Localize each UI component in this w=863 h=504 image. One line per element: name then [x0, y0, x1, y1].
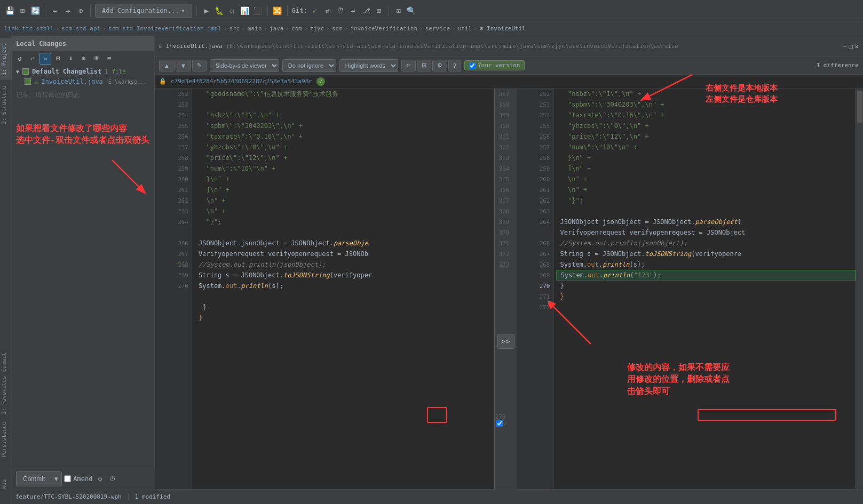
shelve-icon[interactable]: ⬇ — [65, 53, 77, 65]
right-line-258: }\n" + — [556, 153, 856, 163]
bc-2[interactable]: scm-std-api — [61, 25, 100, 32]
next-diff-button[interactable]: ▼ — [176, 60, 191, 71]
forward-icon[interactable]: → — [62, 5, 73, 16]
commit-time-icon[interactable]: ⏱ — [107, 474, 118, 484]
more-icon[interactable]: ≡ — [104, 53, 115, 65]
refresh-changes-icon[interactable]: ↺ — [14, 53, 26, 65]
bc-13[interactable]: ⚙ InvoiceUtil — [480, 25, 526, 32]
right-ln-258: 258 — [517, 153, 553, 163]
bc-8[interactable]: zjyc — [310, 25, 324, 32]
window-icon[interactable]: ⊡ — [393, 5, 404, 16]
left-ln-rb2 — [155, 313, 192, 323]
line-270-checkbox[interactable] — [496, 420, 503, 427]
profile-icon[interactable]: 📊 — [240, 5, 250, 16]
commit-button[interactable]: Commit — [16, 471, 51, 486]
git-branch-icon[interactable]: ⎇ — [361, 5, 371, 16]
right-line-255: "yhzcbs\":\"0\",\n" + — [556, 121, 856, 131]
nav-icon[interactable]: ⊕ — [75, 5, 86, 16]
add-configuration-button[interactable]: Add Configuration... ▾ — [95, 4, 192, 18]
left-side-tabs: 1: Project 2: Structure Commit 2: Favori… — [0, 36, 12, 504]
coverage-icon[interactable]: ☑ — [227, 5, 237, 16]
bc-9[interactable]: scm — [332, 25, 343, 32]
search-everywhere-icon[interactable]: 🔍 — [406, 5, 417, 16]
viewer-mode-select[interactable]: Side-by-side viewer — [210, 59, 279, 72]
left-line-260: }\n" + — [194, 174, 494, 185]
file-checkbox[interactable] — [25, 78, 31, 85]
left-line-270: System.out.println(s); — [194, 281, 494, 291]
expand-icon[interactable]: ⊕ — [78, 53, 90, 65]
ignore-mode-select[interactable]: Do not ignore — [282, 59, 336, 72]
right-ln-255: 255 — [517, 121, 553, 131]
stop-icon[interactable]: ⬛ — [252, 5, 263, 16]
file-item[interactable]: ☕ InvoiceUtil.java E:\worksp... — [12, 77, 154, 86]
right-scrollbar[interactable] — [856, 89, 863, 497]
save-icon[interactable]: 💾 — [4, 5, 15, 16]
git-remote-icon[interactable]: ⊞ — [374, 5, 384, 16]
persistence-tab[interactable]: Persistence — [0, 418, 12, 461]
right-ln-269: 269 — [517, 270, 553, 281]
bc-6[interactable]: java — [270, 25, 284, 32]
bc-3[interactable]: scm-std-InvoiceVerification-impl — [108, 25, 221, 32]
bc-12[interactable]: util — [458, 25, 472, 32]
bc-11[interactable]: service — [425, 25, 450, 32]
scrollbar-thumb[interactable] — [857, 91, 862, 123]
bc-10[interactable]: invoiceVerification — [350, 25, 417, 32]
git-history-icon[interactable]: ⏱ — [335, 5, 346, 16]
maximize-icon[interactable]: □ — [849, 43, 853, 50]
left-line-269: String s = JSONObject.toJSONString(verif… — [194, 270, 494, 281]
help-button[interactable]: ? — [448, 60, 461, 71]
switch-icon[interactable]: ⇄ — [39, 53, 51, 65]
project-tab[interactable]: 1: Project — [0, 38, 12, 79]
highlight-words-select[interactable]: Highlight words — [339, 59, 398, 72]
git-check-icon[interactable]: ✓ — [310, 5, 320, 16]
edit-diff-button[interactable]: ✎ — [192, 60, 207, 71]
right-ln-272: 272 — [517, 302, 553, 313]
left-ln-252: 252 — [155, 89, 192, 99]
your-version-badge: Your version — [464, 60, 525, 70]
left-line-258: "price\":\"12\",\n" + — [194, 153, 494, 163]
amend-label: Amend — [73, 475, 92, 483]
revert-icon[interactable]: ↩ — [27, 53, 38, 65]
back-icon[interactable]: ← — [50, 5, 60, 16]
prev-diff-button[interactable]: ▲ — [159, 60, 175, 71]
favorites-tab[interactable]: 2: Favorites — [0, 372, 12, 419]
right-line-273 — [556, 302, 856, 313]
git-revert-icon[interactable]: ↩ — [348, 5, 359, 16]
center-line-nums: 357 358 359 360 361 362 363 364 365 366 … — [495, 89, 517, 497]
verified-icon: ✓ — [316, 77, 325, 86]
settings-diff-button[interactable]: ⚙ — [432, 60, 447, 71]
left-ln-254: 254 — [155, 110, 192, 121]
amend-checkbox[interactable] — [64, 475, 71, 482]
merge-arrow-button[interactable]: >> — [497, 334, 514, 349]
run-icon[interactable]: ▶ — [201, 5, 212, 16]
settings-icon[interactable]: ⊞ — [17, 5, 28, 16]
structure-tab[interactable]: 2: Structure — [0, 82, 12, 129]
bc-1[interactable]: link-ttc-stbll — [4, 25, 54, 32]
refresh-icon[interactable]: 🔄 — [30, 5, 41, 16]
commit-settings-icon[interactable]: ⚙ — [94, 474, 105, 484]
bc-7[interactable]: com — [291, 25, 302, 32]
minimize-icon[interactable]: ─ — [843, 43, 846, 50]
debug-icon[interactable]: 🐛 — [214, 5, 225, 16]
eye-icon[interactable]: 👁 — [91, 53, 102, 65]
file-path: E:\worksp... — [108, 79, 147, 85]
bc-5[interactable]: main — [248, 25, 262, 32]
vcs-icon[interactable]: 🔀 — [272, 5, 283, 16]
move-icon[interactable]: ⊞ — [52, 53, 64, 65]
separator-2 — [90, 5, 91, 16]
git-merge-icon[interactable]: ⇄ — [322, 5, 333, 16]
commit-message-area[interactable]: 记录、填写修改的日志 — [12, 86, 154, 504]
changelist-checkbox[interactable] — [22, 68, 29, 75]
web-tab[interactable]: Web — [0, 475, 12, 493]
left-ln-257: 257 — [155, 142, 192, 153]
right-line-266: //System.out.println(jsonObject); — [556, 238, 856, 249]
bc-4[interactable]: src — [229, 25, 240, 32]
right-ln-262: 262 — [517, 195, 553, 206]
left-ln-256: 256 — [155, 131, 192, 142]
your-version-checkbox[interactable] — [469, 62, 476, 69]
close-icon[interactable]: ✕ — [855, 43, 859, 50]
apply-left-button[interactable]: ⇐ — [401, 60, 416, 71]
apply-right-button[interactable]: ⊞ — [417, 60, 431, 71]
status-sep — [128, 493, 129, 501]
commit-dropdown-button[interactable]: ▾ — [51, 471, 62, 486]
